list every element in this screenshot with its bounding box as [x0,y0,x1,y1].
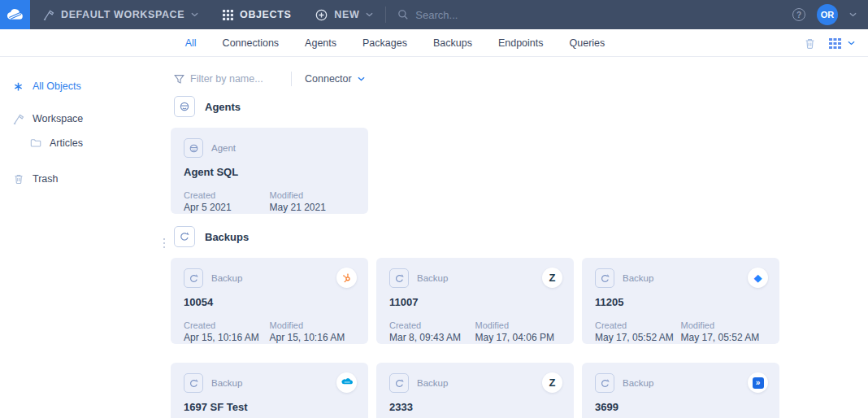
connector-badge: Z [542,372,562,393]
created-label: Created [184,320,270,330]
agents-section-header: Agents [174,96,868,117]
backup-card[interactable]: Backup ◆ 11205 CreatedMay 17, 05:52 AM M… [582,258,779,344]
created-value: Apr 15, 10:16 AM [184,332,270,343]
created-label: Created [184,190,270,200]
tab-packages[interactable]: Packages [362,37,407,49]
card-head: Backup [595,373,766,393]
filter-row: Connector [171,69,868,89]
agent-icon [174,96,195,117]
tab-agents[interactable]: Agents [305,37,336,49]
connector-badge: ◆ [748,268,768,288]
delete-trash-icon[interactable] [804,37,816,50]
main-panel: Connector Agents [166,57,868,418]
card-type-label: Backup [211,378,242,388]
modified-value: May 17, 05:52 AM [681,332,767,343]
nav-objects-label: OBJECTS [240,9,291,20]
salesforce-icon [341,378,354,387]
filter-funnel-icon [174,74,184,85]
topbar-right: ? OR [792,4,868,25]
card-footer: Created Apr 5 2021 Modified May 21 2021 [184,190,355,213]
tab-all[interactable]: All [185,37,197,49]
sidebar-resize-handle[interactable] [163,238,165,248]
new-button-label: NEW [334,9,359,20]
sidebar-workspace-group: Workspace Articles [12,109,166,153]
zendesk-icon: Z [549,272,556,283]
new-button[interactable]: NEW [303,0,385,29]
folder-icon [29,137,41,149]
backup-card[interactable]: Backup Z 11007 CreatedMar 8, 09:43 AM Mo… [376,258,574,344]
tabs: All Connections Agents Packages Backups … [185,37,605,49]
backup-card[interactable]: Backup 10054 CreatedApr 15, 10:16 AM Mod… [171,258,368,344]
modified-value: May 21 2021 [270,202,356,213]
backup-restore-icon [389,268,409,288]
backup-restore-icon [184,373,203,393]
card-title: 11007 [389,296,561,308]
content-area: All Objects Workspace Articles [0,57,868,418]
created-value: Apr 5 2021 [184,202,270,213]
card-head: Backup [389,373,561,393]
tab-queries[interactable]: Queries [570,37,605,49]
workspace-switcher[interactable]: DEFAULT WORKSPACE [30,0,210,29]
chevron-down-icon[interactable] [849,12,857,17]
hubspot-icon [341,272,352,283]
tab-connections[interactable]: Connections [223,37,280,49]
sidebar-item-label: Articles [50,137,83,149]
card-title: 1697 SF Test [184,401,355,413]
chevron-down-icon[interactable] [848,41,855,46]
modified-meta: Modified May 21 2021 [270,190,356,213]
card-type-label: Backup [417,378,448,388]
sidebar-item-workspace[interactable]: Workspace [12,109,166,128]
view-grid-icon[interactable] [829,38,841,49]
backup-restore-icon [389,373,409,393]
backup-card[interactable]: Backup Z 2333 [376,363,574,418]
card-title: 3699 [595,401,766,413]
connector-filter-label: Connector [305,73,352,85]
sidebar-item-trash[interactable]: Trash [12,169,166,189]
created-label: Created [595,320,681,330]
connector-badge: Z [542,268,562,288]
connector-badge [336,268,357,288]
agent-icon [184,138,203,158]
tab-toolbar [804,29,855,57]
created-value: May 17, 05:52 AM [595,332,681,343]
asterisk-icon [12,81,24,92]
section-title: Backups [205,231,249,243]
workspace-label: DEFAULT WORKSPACE [61,9,184,20]
nav-objects[interactable]: OBJECTS [210,0,303,29]
workspace-flag-icon [42,9,54,21]
agent-card[interactable]: Agent Agent SQL Created Apr 5 2021 Modif… [171,128,368,214]
chevron-down-icon [358,76,365,81]
avatar[interactable]: OR [817,4,838,25]
backup-card[interactable]: Backup 1697 SF Test [171,363,368,418]
sidebar-item-all-objects[interactable]: All Objects [12,76,166,96]
modified-label: Modified [475,320,562,330]
help-icon[interactable]: ? [792,8,805,21]
card-title: 11205 [595,296,766,308]
card-title: Agent SQL [184,166,355,178]
backup-card[interactable]: Backup » 3699 [582,363,779,418]
workspace-flag-icon [12,113,24,125]
tab-backups[interactable]: Backups [433,37,472,49]
trash-icon [12,173,24,185]
backup-restore-icon [174,226,195,247]
sidebar-item-articles[interactable]: Articles [12,133,166,153]
card-footer: CreatedMar 8, 09:43 AM ModifiedMay 17, 0… [389,320,561,343]
global-search [386,9,573,21]
card-footer: CreatedMay 17, 05:52 AM ModifiedMay 17, … [595,320,766,343]
backup-restore-icon [595,268,614,288]
card-type-label: Backup [623,378,653,388]
sidebar: All Objects Workspace Articles [0,57,166,418]
jira-icon: ◆ [754,272,762,283]
filter-by-name-input[interactable] [190,73,288,85]
grid-icon [223,10,233,20]
connector-badge: » [748,372,768,393]
card-head: Backup [184,268,355,288]
modified-label: Modified [270,320,356,330]
backup-restore-icon [184,268,203,288]
backups-card-grid: Backup 10054 CreatedApr 15, 10:16 AM Mod… [171,258,868,418]
tab-endpoints[interactable]: Endpoints [498,37,544,49]
card-type-label: Backup [211,273,242,283]
connector-filter-dropdown[interactable]: Connector [305,73,365,85]
app-logo[interactable] [0,0,30,29]
search-input[interactable] [415,9,562,21]
